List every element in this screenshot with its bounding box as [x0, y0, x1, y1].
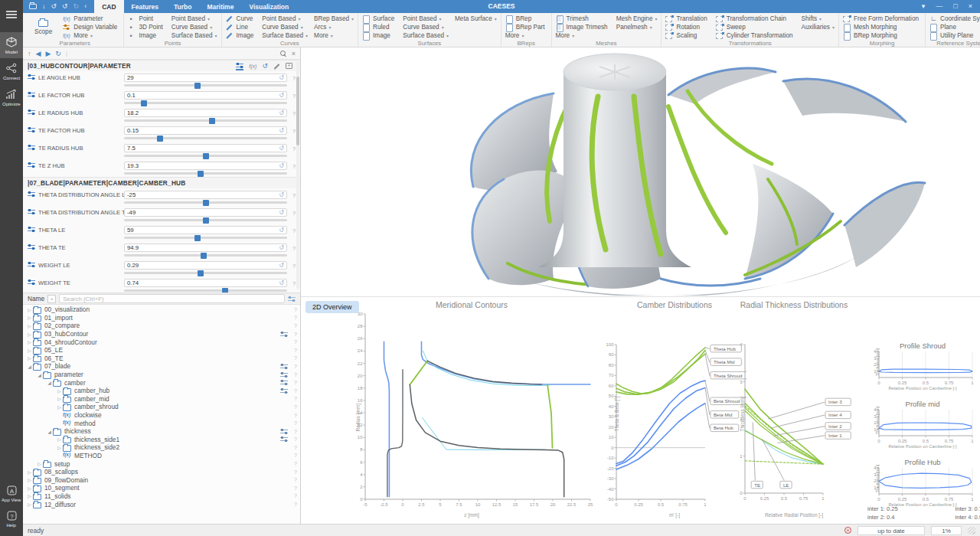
ribbon-item[interactable]: BRep Based▾: [314, 15, 354, 23]
tree-caret-icon[interactable]: ▷: [26, 307, 33, 312]
tree-row[interactable]: ◢ thickness ?: [23, 427, 300, 436]
ribbon-item[interactable]: Curve Based▾: [172, 23, 217, 31]
slider-thumb[interactable]: [209, 118, 215, 124]
ribbon-item[interactable]: Scaling: [665, 31, 709, 40]
tree-row[interactable]: ◢ camber ?: [23, 378, 300, 387]
tree-search-input[interactable]: [59, 294, 285, 303]
tree-row[interactable]: ▷ setup ?: [23, 459, 300, 468]
ribbon-item[interactable]: Curve: [226, 15, 256, 23]
parameter-slider[interactable]: [124, 155, 287, 157]
sidebar-item-connect[interactable]: Connect: [0, 58, 23, 84]
thickness-plot[interactable]: 00.250.50.75101234Inter 3Inter 4Inter 2I…: [727, 311, 855, 511]
ribbon-tab[interactable]: CAD: [94, 0, 123, 13]
parameter-slider[interactable]: [124, 237, 287, 239]
ribbon-item[interactable]: Surface Based▾: [262, 31, 308, 40]
tree-row[interactable]: ◢ parameter ?: [23, 371, 300, 379]
reset-value-icon[interactable]: ↺: [279, 109, 284, 116]
viewport-3d[interactable]: [301, 47, 980, 297]
ribbon-item[interactable]: More▾: [314, 31, 354, 40]
slider-thumb[interactable]: [222, 288, 228, 293]
reset-value-icon[interactable]: ↺: [279, 191, 284, 198]
parameter-input[interactable]: 0.74↺: [124, 279, 287, 287]
ribbon-item[interactable]: More▾: [556, 31, 610, 40]
tree-row[interactable]: clockwise ?: [23, 411, 300, 420]
ribbon-item[interactable]: Curve Based▾: [403, 23, 449, 31]
slider-thumb[interactable]: [203, 217, 209, 224]
profile-mid-plot[interactable]: 00.250.50.7511234: [869, 408, 978, 443]
ribbon-tab[interactable]: Turbo: [166, 0, 199, 13]
tab-2d-overview[interactable]: 2D Overview: [305, 301, 359, 313]
ribbon-item[interactable]: Surface Based▾: [403, 31, 449, 40]
tree-caret-icon[interactable]: ▷: [56, 388, 63, 394]
ribbon-item[interactable]: BRep Part: [505, 23, 547, 31]
slider-thumb[interactable]: [198, 171, 204, 177]
reset-value-icon[interactable]: ↺: [279, 227, 284, 234]
tree-row[interactable]: ▷ camber_hub ?: [23, 387, 300, 395]
ribbon-item[interactable]: Meta Surface▾: [455, 15, 497, 23]
tree-caret-icon[interactable]: ◢: [46, 380, 53, 385]
ribbon-item[interactable]: Trimesh: [556, 15, 610, 23]
ribbon-item[interactable]: Auxiliaries▾: [802, 23, 835, 31]
tree-row[interactable]: ▷ 09_flowDomain ?: [23, 476, 300, 484]
ribbon-item[interactable]: More▾: [505, 31, 547, 40]
ribbon-item[interactable]: Cylinder Transformation: [716, 31, 795, 40]
parameter-input[interactable]: 0.1↺: [124, 91, 287, 100]
sidebar-item-model[interactable]: Model: [0, 32, 23, 58]
tree-row[interactable]: ▷ thickness_side1 ?: [23, 436, 300, 444]
window-control-button[interactable]: —: [936, 0, 942, 13]
tree-row[interactable]: ▷ 03_hubContour ?: [23, 330, 300, 338]
forward-icon[interactable]: ▶: [45, 48, 51, 59]
reset-value-icon[interactable]: ↺: [279, 209, 284, 216]
filter-sliders-icon[interactable]: [236, 62, 243, 70]
ribbon-item[interactable]: Free Form Deformation: [843, 15, 921, 23]
ribbon-item[interactable]: Translation: [665, 15, 709, 23]
slider-thumb[interactable]: [198, 270, 204, 276]
parameter-slider[interactable]: [124, 289, 287, 292]
ribbon-tab[interactable]: Features: [124, 0, 166, 13]
slider-thumb[interactable]: [157, 136, 163, 142]
parameter-slider[interactable]: [124, 201, 287, 204]
tree-caret-icon[interactable]: ▷: [26, 485, 33, 491]
slider-thumb[interactable]: [194, 235, 201, 241]
parameter-input[interactable]: 7.5↺: [124, 144, 287, 152]
parameter-slider[interactable]: [124, 172, 287, 175]
tree-caret-icon[interactable]: ◢: [26, 364, 33, 369]
tree-row[interactable]: ▷ 05_LE ?: [23, 346, 300, 355]
quick-access-icon[interactable]: ↻: [74, 0, 80, 13]
tree-caret-icon[interactable]: ▷: [26, 348, 33, 353]
tree-caret-icon[interactable]: ▷: [36, 461, 43, 466]
fx-icon[interactable]: f(x): [249, 64, 256, 69]
parameter-slider[interactable]: [124, 219, 287, 221]
tree-row[interactable]: ▷ 06_TE ?: [23, 355, 300, 363]
ribbon-item[interactable]: Transformation Chain: [716, 15, 795, 23]
tree-row[interactable]: ▷ 08_scallops ?: [23, 468, 300, 476]
sidebar-item-app-view[interactable]: A App View: [0, 481, 23, 506]
ribbon-item[interactable]: Line: [226, 23, 256, 31]
add-card-icon[interactable]: [286, 63, 292, 69]
slider-thumb[interactable]: [201, 253, 207, 259]
parameter-input[interactable]: 19.3↺: [124, 162, 287, 170]
ribbon-item[interactable]: Point Based▾: [403, 15, 449, 23]
ribbon-item[interactable]: Image Trimesh: [556, 23, 610, 31]
ribbon-item[interactable]: 3D Point: [128, 23, 165, 31]
quick-access-icon[interactable]: ↺: [62, 0, 68, 13]
tree-caret-icon[interactable]: ▷: [56, 445, 63, 450]
sidebar-item-help[interactable]: ? Help: [0, 506, 23, 531]
reset-all-icon[interactable]: ↺: [262, 62, 268, 70]
tree-caret-icon[interactable]: ▷: [26, 493, 33, 498]
ribbon-item[interactable]: Mesh Engine▾: [616, 15, 658, 23]
scroll-top-icon[interactable]: ↑: [28, 48, 31, 59]
ribbon-item[interactable]: Ruled: [362, 23, 397, 31]
camber-plot[interactable]: 00.250.50.751-50-40-30-20-10010203040506…: [601, 311, 746, 511]
ribbon-item[interactable]: Mesh Morphing: [843, 23, 921, 31]
parameter-input[interactable]: 0.15↺: [124, 126, 287, 135]
tree-row[interactable]: ▷ 11_solids ?: [23, 492, 300, 501]
reset-value-icon[interactable]: ↺: [279, 279, 284, 286]
slider-thumb[interactable]: [194, 83, 201, 89]
ribbon-item[interactable]: Image: [362, 31, 397, 40]
search-icon[interactable]: [279, 50, 287, 57]
panel-scrollbar[interactable]: [296, 61, 299, 289]
ribbon-item[interactable]: BRep: [505, 15, 547, 23]
hamburger-menu-icon[interactable]: [6, 11, 17, 18]
profile-shroud-plot[interactable]: 00.250.50.7511234: [869, 350, 978, 385]
